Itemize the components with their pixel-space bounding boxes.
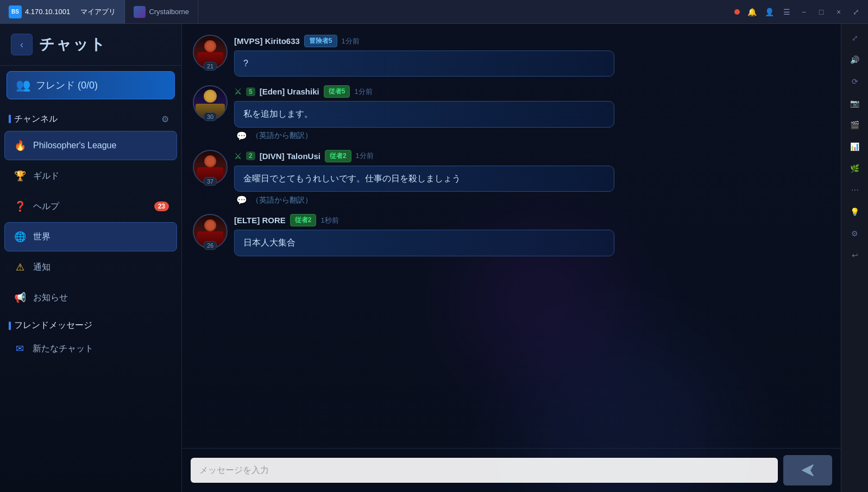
tool-rotate[interactable]: ⟳ (846, 73, 864, 90)
tool-screenshot[interactable]: 📷 (846, 94, 864, 112)
channel-world[interactable]: 🌐 世界 (4, 222, 177, 251)
message-bubble: ? (234, 51, 614, 77)
channel-label-world: 世界 (33, 231, 51, 243)
tool-settings[interactable]: ⚙ (846, 225, 864, 242)
game-tab-icon (134, 6, 146, 18)
tool-more[interactable]: ⋯ (846, 181, 864, 199)
rank-badge: 従者2 (325, 150, 351, 162)
translate-row: 💬 （英語から翻訳） (234, 195, 830, 205)
tool-back[interactable]: ↩ (846, 247, 864, 264)
messages-area[interactable]: 21 [MVPS] Kirito633 冒険者5 1分前 ? (182, 24, 841, 448)
message-item: 26 [ELTE] RORE 従者2 1秒前 日本人大集合 (193, 214, 830, 256)
friends-button[interactable]: 👥 フレンド (0/0) (7, 71, 175, 99)
notification-btn[interactable]: 🔔 (744, 4, 759, 20)
message-input[interactable] (191, 458, 778, 483)
chat-sidebar: ‹ チャット 👥 フレンド (0/0) チャンネル ⚙ 🔥 Philosophe… (0, 24, 182, 492)
message-content: ⚔ 2 [DIVN] TalonUsi 従者2 1分前 金曜日でとてもうれしいで… (234, 150, 830, 205)
friends-icon: 👥 (16, 78, 30, 92)
message-item: 30 ⚔ 5 [Eden] Urashiki 従者5 1分前 私を追加します。 (193, 85, 830, 141)
channel-label-guild: ギルド (33, 171, 59, 182)
rank-badge: 従者5 (324, 85, 350, 98)
channel-list: 🔥 Philosopher's League 🏆 ギルド ❓ ヘルプ 23 🌐 … (0, 131, 181, 312)
rank-badge: 従者2 (290, 214, 317, 226)
translate-icon: 💬 (236, 131, 247, 141)
avatar: 26 (193, 214, 228, 249)
translate-text: （英語から翻訳） (251, 131, 312, 141)
friend-message-section: フレンドメッセージ (0, 312, 181, 335)
avatar: 30 (193, 85, 228, 120)
message-header: ⚔ 5 [Eden] Urashiki 従者5 1分前 (234, 85, 830, 98)
restore-btn[interactable]: ⤢ (848, 4, 864, 20)
sender-name: [ELTE] RORE (234, 216, 286, 225)
channel-icon-world: 🌐 (12, 229, 28, 244)
tool-stats[interactable]: 📊 (846, 138, 864, 155)
game-tab[interactable]: Crystalborne (125, 0, 198, 23)
message-text: 金曜日でとてもうれしいです。仕事の日を殺しましょう (243, 174, 461, 183)
tool-volume[interactable]: 🔊 (846, 51, 864, 68)
message-text: ? (243, 59, 248, 68)
channel-guild[interactable]: 🏆 ギルド (4, 161, 177, 191)
avatar-level: 37 (204, 177, 217, 186)
chat-header: ‹ チャット (0, 24, 181, 66)
channel-icon-guild: 🏆 (12, 168, 28, 184)
back-button[interactable]: ‹ (11, 34, 33, 55)
tool-record[interactable]: 🎬 (846, 116, 864, 134)
close-btn[interactable]: × (831, 4, 846, 20)
message-time: 1分前 (342, 36, 360, 46)
message-time: 1分前 (356, 151, 374, 161)
sender-name: [Eden] Urashiki (260, 87, 319, 96)
bluestacks-version: 4.170.10.1001 (25, 8, 70, 16)
message-bubble: 日本人大集合 (234, 230, 614, 256)
message-time: 1分前 (354, 87, 372, 97)
new-chat-item[interactable]: ✉ 新たなチャット (4, 335, 177, 363)
notification-dot (734, 9, 740, 15)
avatar: 37 (193, 150, 228, 185)
avatar-level: 30 (204, 112, 217, 121)
avatar: 21 (193, 35, 228, 70)
game-tab-label: Crystalborne (149, 8, 189, 16)
minimize-btn[interactable]: − (796, 4, 812, 20)
avatar-level: 26 (204, 241, 217, 250)
message-text: 私を追加します。 (243, 109, 313, 118)
channel-label-philosophers: Philosopher's League (33, 141, 116, 150)
chat-main: 21 [MVPS] Kirito633 冒険者5 1分前 ? (182, 24, 841, 492)
window-controls: 🔔 👤 ☰ − □ × ⤢ (734, 4, 868, 20)
bs-tools: ⤢ 🔊 ⟳ 📷 🎬 📊 🌿 ⋯ 💡 ⚙ ↩ (841, 24, 868, 492)
channel-settings-btn[interactable]: ⚙ (158, 111, 173, 127)
chat-title: チャット (39, 34, 106, 55)
rank-num-badge: 5 (246, 87, 255, 96)
channel-announcement[interactable]: 📢 お知らせ (4, 283, 177, 312)
message-item: 37 ⚔ 2 [DIVN] TalonUsi 従者2 1分前 金曜日でとてもうれ… (193, 150, 830, 205)
translate-row: 💬 （英語から翻訳） (234, 131, 830, 141)
message-content: [MVPS] Kirito633 冒険者5 1分前 ? (234, 35, 830, 77)
translate-text: （英語から翻訳） (251, 195, 312, 205)
tool-brightness[interactable]: 💡 (846, 203, 864, 220)
bluestacks-logo: BS (9, 5, 22, 18)
sender-name: [MVPS] Kirito633 (234, 36, 300, 46)
message-text: 日本人大集合 (243, 238, 295, 247)
message-time: 1秒前 (320, 216, 338, 225)
message-header: ⚔ 2 [DIVN] TalonUsi 従者2 1分前 (234, 150, 830, 162)
menu-btn[interactable]: ☰ (779, 4, 794, 20)
friend-message-label: フレンドメッセージ (14, 320, 92, 331)
channel-philosophers-league[interactable]: 🔥 Philosopher's League (4, 131, 177, 160)
channel-section-header: チャンネル ⚙ (0, 105, 181, 131)
maximize-btn[interactable]: □ (814, 4, 829, 20)
account-btn[interactable]: 👤 (762, 4, 777, 20)
rank-icon: ⚔ (234, 151, 242, 161)
send-button[interactable] (783, 455, 832, 485)
rank-badge: 冒険者5 (304, 35, 337, 47)
message-item: 21 [MVPS] Kirito633 冒険者5 1分前 ? (193, 35, 830, 77)
channel-label-notice: 通知 (33, 262, 51, 273)
message-bubble: 金曜日でとてもうれしいです。仕事の日を殺しましょう (234, 166, 614, 192)
rank-icon: ⚔ (234, 86, 242, 97)
channel-help[interactable]: ❓ ヘルプ 23 (4, 192, 177, 221)
channel-notice[interactable]: ⚠ 通知 (4, 253, 177, 282)
bluestacks-tab[interactable]: BS 4.170.10.1001 マイアプリ (0, 0, 125, 23)
tool-expand[interactable]: ⤢ (846, 29, 864, 47)
channel-section-title: チャンネル (9, 113, 58, 125)
tool-eco[interactable]: 🌿 (846, 160, 864, 177)
channel-icon-announcement: 📢 (12, 290, 28, 305)
channel-icon-philosophers: 🔥 (12, 138, 28, 153)
my-apps-tab-label: マイアプリ (80, 7, 116, 17)
